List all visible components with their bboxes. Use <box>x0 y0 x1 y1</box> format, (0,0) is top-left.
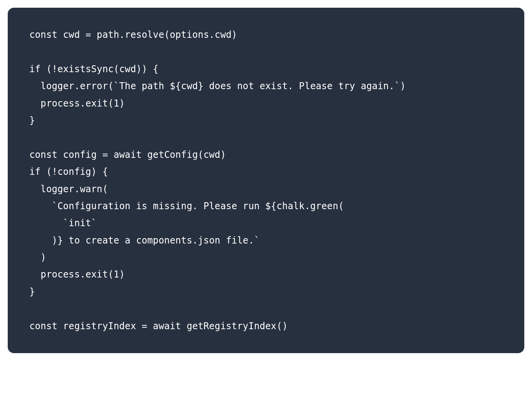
code-block: const cwd = path.resolve(options.cwd) if… <box>8 8 524 353</box>
code-content: const cwd = path.resolve(options.cwd) if… <box>29 29 406 332</box>
